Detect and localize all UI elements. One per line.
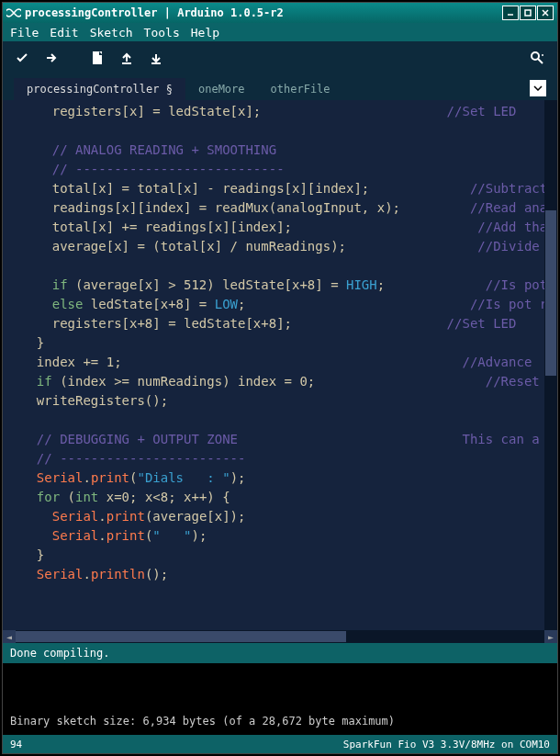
menu-file[interactable]: File xyxy=(10,26,39,39)
upload-button[interactable] xyxy=(41,48,62,68)
console-status: Done compiling. xyxy=(3,643,557,663)
tab-one-more[interactable]: oneMore xyxy=(185,78,258,100)
code-editor[interactable]: registers[x] = ledState[x]; //Set LED //… xyxy=(3,100,557,630)
menu-tools[interactable]: Tools xyxy=(144,26,180,39)
svg-point-9 xyxy=(542,54,543,56)
svg-rect-1 xyxy=(525,10,531,16)
horizontal-scrollbar[interactable]: ◄ ► xyxy=(3,630,557,643)
tabbar: processingController § oneMore otherFile xyxy=(3,74,557,100)
svg-line-8 xyxy=(538,59,543,63)
window-title: processingController | Arduino 1.0.5-r2 xyxy=(25,6,502,19)
horizontal-scroll-thumb[interactable] xyxy=(16,631,346,642)
titlebar[interactable]: processingController | Arduino 1.0.5-r2 xyxy=(3,3,557,23)
window-controls xyxy=(502,6,554,20)
board-info: SparkFun Fio V3 3.3V/8MHz on COM10 xyxy=(343,739,550,750)
tab-menu-button[interactable] xyxy=(530,80,546,96)
close-button[interactable] xyxy=(537,6,554,20)
console-output[interactable]: Binary sketch size: 6,934 bytes (of a 28… xyxy=(3,663,557,735)
new-button[interactable] xyxy=(87,48,107,68)
menu-help[interactable]: Help xyxy=(191,26,219,39)
vertical-scrollbar[interactable] xyxy=(544,100,557,630)
toolbar xyxy=(3,41,557,74)
open-button[interactable] xyxy=(117,48,137,68)
statusbar: 94 SparkFun Fio V3 3.3V/8MHz on COM10 xyxy=(3,735,557,753)
code-content[interactable]: registers[x] = ledState[x]; //Set LED //… xyxy=(3,100,557,586)
menu-sketch[interactable]: Sketch xyxy=(90,26,133,39)
app-window: processingController | Arduino 1.0.5-r2 … xyxy=(2,2,558,754)
console-line: Binary sketch size: 6,934 bytes (of a 28… xyxy=(10,715,550,728)
compile-status: Done compiling. xyxy=(10,647,109,660)
serial-monitor-button[interactable] xyxy=(528,48,548,68)
vertical-scroll-thumb[interactable] xyxy=(545,210,556,376)
maximize-button[interactable] xyxy=(520,6,536,20)
verify-button[interactable] xyxy=(12,48,32,68)
line-number: 94 xyxy=(10,739,22,750)
scroll-right-button[interactable]: ► xyxy=(544,630,557,643)
tab-other-file[interactable]: otherFile xyxy=(258,78,343,100)
scroll-left-button[interactable]: ◄ xyxy=(3,630,16,643)
menu-edit[interactable]: Edit xyxy=(50,26,78,39)
horizontal-scroll-track[interactable] xyxy=(16,630,544,643)
arduino-icon xyxy=(6,6,21,20)
svg-point-7 xyxy=(532,52,539,60)
minimize-button[interactable] xyxy=(502,6,519,20)
menubar: File Edit Sketch Tools Help xyxy=(3,23,557,41)
tab-processing-controller[interactable]: processingController § xyxy=(14,78,185,100)
save-button[interactable] xyxy=(146,48,166,68)
